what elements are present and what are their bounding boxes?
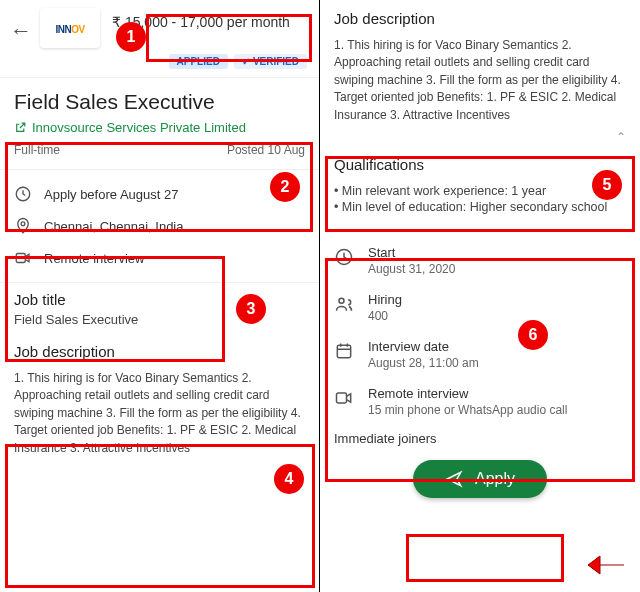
- qualification-item: • Min relevant work experience: 1 year: [320, 183, 640, 199]
- company-link[interactable]: Innovsource Services Private Limited: [14, 120, 305, 135]
- remote-interview-detail-row: Remote interview15 min phone or WhatsApp…: [320, 378, 640, 425]
- svg-rect-2: [16, 254, 25, 263]
- verified-badge: ✓VERIFIED: [234, 54, 307, 69]
- chevron-up-icon[interactable]: ⌃: [320, 130, 640, 144]
- immediate-joiners: Immediate joiners: [320, 431, 640, 452]
- svg-point-1: [21, 222, 25, 226]
- top-bar: ← INNOV ₹ 15,000 - 17,000 per month: [0, 0, 319, 52]
- right-pane: Job description 1. This hiring is for Va…: [320, 0, 640, 592]
- svg-rect-6: [337, 393, 347, 403]
- svg-rect-5: [337, 345, 350, 358]
- back-icon[interactable]: ←: [10, 18, 32, 44]
- job-header-card: Field Sales Executive Innovsource Servic…: [0, 80, 319, 167]
- people-icon: [334, 294, 354, 314]
- company-logo: INNOV: [40, 8, 100, 48]
- remote-row: Remote interview: [14, 242, 305, 274]
- salary-range: ₹ 15,000 - 17,000 per month: [108, 8, 309, 36]
- interview-date-row: Interview dateAugust 28, 11:00 am: [320, 331, 640, 378]
- job-title: Field Sales Executive: [14, 90, 305, 114]
- apply-button[interactable]: Apply: [413, 460, 547, 498]
- applied-badge: APPLIED: [169, 54, 228, 69]
- job-desc-text-left: 1. This hiring is for Vaco Binary Semant…: [0, 364, 319, 463]
- clock-icon: [334, 247, 354, 267]
- deadline-row: Apply before August 27: [14, 178, 305, 210]
- job-title-value: Field Sales Executive: [0, 312, 319, 333]
- external-link-icon: [14, 121, 27, 134]
- qualifications-heading: Qualifications: [320, 150, 640, 177]
- calendar-icon: [334, 341, 354, 361]
- job-desc-heading-left: Job description: [0, 337, 319, 364]
- job-desc-heading-right: Job description: [320, 0, 640, 31]
- pin-icon: [14, 217, 32, 235]
- location-row: Chennai, Chennai, India: [14, 210, 305, 242]
- arrow-icon: [586, 550, 626, 580]
- annotation-4: 4: [274, 464, 304, 494]
- video-icon: [14, 249, 32, 267]
- job-title-heading: Job title: [0, 285, 319, 312]
- posted-date: Posted 10 Aug: [227, 143, 305, 157]
- job-desc-text-right: 1. This hiring is for Vaco Binary Semant…: [320, 31, 640, 130]
- qualification-item: • Min level of education: Higher seconda…: [320, 199, 640, 215]
- clock-icon: [14, 185, 32, 203]
- hiring-count-row: Hiring400: [320, 284, 640, 331]
- job-type: Full-time: [14, 143, 60, 157]
- left-pane: ← INNOV ₹ 15,000 - 17,000 per month APPL…: [0, 0, 320, 592]
- send-icon: [445, 470, 463, 488]
- svg-point-4: [339, 298, 344, 303]
- video-icon: [334, 388, 354, 408]
- start-date-row: StartAugust 31, 2020: [320, 237, 640, 284]
